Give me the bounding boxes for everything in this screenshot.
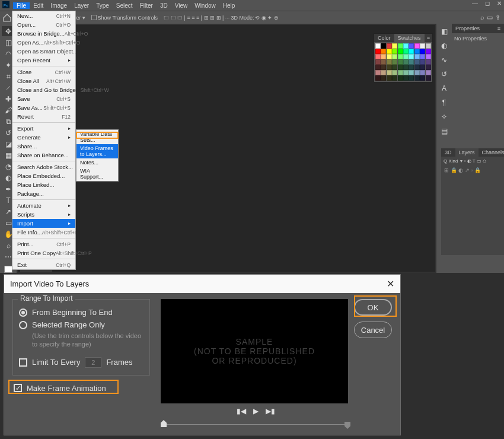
- swatch[interactable]: [403, 49, 409, 54]
- file-menu-item[interactable]: Save As...Shift+Ctrl+S: [12, 103, 75, 112]
- para-icon[interactable]: ¶: [439, 97, 449, 108]
- file-menu-item[interactable]: Open as Smart Object...: [12, 47, 75, 56]
- file-menu-item[interactable]: Open...Ctrl+O: [12, 20, 75, 29]
- swatch[interactable]: [375, 65, 381, 70]
- file-menu-item[interactable]: SaveCtrl+S: [12, 94, 75, 103]
- swatch[interactable]: [392, 59, 397, 65]
- swatch[interactable]: [381, 70, 386, 75]
- file-menu-item[interactable]: New...Ctrl+N: [12, 11, 75, 20]
- file-menu-item[interactable]: File Info...Alt+Shift+Ctrl+I: [12, 228, 75, 237]
- swatch[interactable]: [409, 43, 414, 49]
- file-menu-item[interactable]: Open Recent▸: [12, 56, 75, 65]
- file-menu-item[interactable]: CloseCtrl+W: [12, 68, 75, 77]
- limit-input[interactable]: [85, 357, 101, 368]
- adjust-icon[interactable]: ◐: [439, 40, 449, 51]
- foreground-color[interactable]: [4, 266, 12, 273]
- brush-panel-icon[interactable]: ✧: [439, 112, 449, 122]
- swatch[interactable]: [375, 54, 381, 59]
- next-frame-icon[interactable]: ▶▮: [266, 407, 275, 415]
- swatch[interactable]: [403, 43, 409, 49]
- file-menu-item[interactable]: Scripts▸: [12, 210, 75, 219]
- swatch[interactable]: [375, 49, 381, 54]
- menu-edit[interactable]: Edit: [30, 2, 47, 9]
- swatch[interactable]: [387, 70, 392, 75]
- swatch[interactable]: [381, 54, 386, 59]
- swatch[interactable]: [414, 49, 420, 54]
- home-icon[interactable]: [2, 13, 12, 23]
- swatch[interactable]: [398, 49, 403, 54]
- channels-tab[interactable]: Channels: [479, 148, 504, 157]
- file-menu-item[interactable]: Package...: [12, 189, 75, 198]
- swatch[interactable]: [426, 43, 431, 49]
- swatch[interactable]: [375, 70, 381, 75]
- swatch[interactable]: [398, 65, 403, 70]
- swatches-grid[interactable]: [374, 42, 432, 82]
- file-menu-item[interactable]: Search Adobe Stock...: [12, 163, 75, 171]
- file-menu-item[interactable]: Generate▸: [12, 133, 75, 142]
- swatch[interactable]: [409, 70, 414, 75]
- close-icon[interactable]: ✕: [387, 278, 394, 290]
- layers-icon[interactable]: ▤: [439, 126, 449, 136]
- menu-window[interactable]: Window: [191, 2, 219, 9]
- 3d-tab[interactable]: 3D: [441, 148, 455, 157]
- close-window-icon[interactable]: ✕: [497, 0, 502, 7]
- swatch[interactable]: [414, 59, 420, 65]
- play-icon[interactable]: ▶: [253, 407, 259, 415]
- file-menu-item[interactable]: Share...: [12, 142, 75, 151]
- file-menu-item[interactable]: RevertF12: [12, 112, 75, 121]
- char-icon[interactable]: A: [439, 83, 449, 94]
- swatch[interactable]: [409, 49, 414, 54]
- menu-3d[interactable]: 3D: [157, 2, 171, 9]
- swatch[interactable]: [398, 75, 403, 81]
- menu-type[interactable]: Type: [92, 2, 113, 9]
- swatch[interactable]: [381, 43, 386, 49]
- swatch[interactable]: [426, 49, 431, 54]
- file-menu-item[interactable]: ExitCtrl+Q: [12, 260, 75, 269]
- file-menu-item[interactable]: Print One CopyAlt+Shift+Ctrl+P: [12, 249, 75, 257]
- cancel-button[interactable]: Cancel: [354, 322, 392, 338]
- swatch[interactable]: [375, 75, 381, 81]
- swatch[interactable]: [420, 54, 425, 59]
- swatch[interactable]: [375, 43, 381, 49]
- swatch[interactable]: [392, 65, 397, 70]
- make-animation-checkbox[interactable]: [14, 384, 22, 392]
- prev-frame-icon[interactable]: ▮◀: [237, 407, 246, 415]
- file-menu-item[interactable]: Share on Behance...: [12, 151, 75, 160]
- layers-tab[interactable]: Layers: [455, 148, 479, 157]
- search-icon[interactable]: ⌕: [480, 14, 484, 21]
- swatch[interactable]: [409, 65, 414, 70]
- swatch[interactable]: [392, 70, 397, 75]
- swatch[interactable]: [403, 65, 409, 70]
- swatch[interactable]: [387, 49, 392, 54]
- file-menu-item[interactable]: Print...Ctrl+P: [12, 240, 75, 249]
- swatch[interactable]: [426, 65, 431, 70]
- swatch[interactable]: [409, 75, 414, 81]
- swatch[interactable]: [381, 59, 386, 65]
- swatch[interactable]: [398, 43, 403, 49]
- menu-select[interactable]: Select: [113, 2, 136, 9]
- file-menu-item[interactable]: Place Embedded...: [12, 171, 75, 180]
- trim-track[interactable]: [161, 419, 350, 430]
- swatch[interactable]: [403, 70, 409, 75]
- swatch[interactable]: [398, 59, 403, 65]
- radio-selected-range[interactable]: [19, 321, 27, 329]
- swatch[interactable]: [426, 70, 431, 75]
- swatch[interactable]: [392, 75, 397, 81]
- ok-  button[interactable]: OK: [354, 299, 392, 316]
- file-menu-item[interactable]: Export▸: [12, 124, 75, 133]
- color-icon[interactable]: ◧: [439, 26, 449, 37]
- swatch[interactable]: [420, 43, 425, 49]
- minimize-icon[interactable]: —: [472, 0, 478, 7]
- swatch[interactable]: [420, 75, 425, 81]
- menu-view[interactable]: View: [171, 2, 192, 9]
- swatch[interactable]: [426, 59, 431, 65]
- swatch[interactable]: [398, 70, 403, 75]
- file-menu-item[interactable]: Import▸: [12, 219, 75, 228]
- radio-from-beginning[interactable]: [19, 308, 27, 317]
- swatch[interactable]: [420, 65, 425, 70]
- file-menu-item[interactable]: Place Linked...: [12, 180, 75, 189]
- swatch[interactable]: [387, 43, 392, 49]
- swatch[interactable]: [381, 49, 386, 54]
- import-submenu-item[interactable]: Video Frames to Layers...: [76, 144, 118, 158]
- swatch[interactable]: [398, 54, 403, 59]
